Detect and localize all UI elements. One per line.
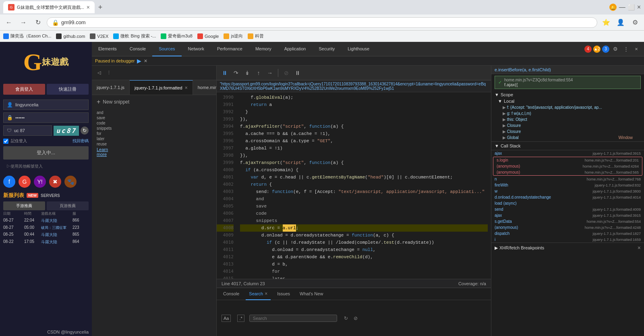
scope-header[interactable]: ▼ Scope: [495, 91, 641, 98]
bookmark-github[interactable]: github.com: [56, 33, 85, 39]
learn-more-link[interactable]: Learn more: [97, 147, 211, 157]
search-input[interactable]: [253, 316, 333, 321]
sidebar-menu-icon[interactable]: ⋮: [105, 69, 113, 77]
search-tab-close[interactable]: ×: [265, 291, 267, 297]
resume-debug-button[interactable]: ⏸: [220, 68, 230, 78]
forward-button[interactable]: →: [18, 17, 29, 28]
step-button[interactable]: →: [265, 68, 275, 78]
tab-console[interactable]: Console: [123, 42, 152, 56]
xhr-breakpoints-header[interactable]: ▶ XHR/fetch Breakpoints ×: [491, 243, 644, 253]
web-game-tab[interactable]: 頁游推薦: [47, 201, 89, 210]
pause-on-exceptions-button[interactable]: ⏸: [293, 68, 302, 78]
bookmark-v2ex[interactable]: V2EX: [90, 33, 108, 39]
tab-performance[interactable]: Performance: [211, 42, 249, 56]
extensions-button[interactable]: ⭐: [601, 17, 612, 28]
refresh-search-icon[interactable]: ↻: [342, 314, 350, 322]
call-item[interactable]: w jquery-1.7.1.js:formatted:3800: [491, 188, 644, 194]
call-item[interactable]: dispatch jquery-1.7.1.js:formatted:1827: [491, 230, 644, 236]
bookmark-eason[interactable]: 陳奕迅（Eason Ch...: [3, 33, 51, 39]
close-devtools-icon[interactable]: ×: [632, 45, 641, 54]
step-over-button[interactable]: ↷: [231, 68, 241, 78]
settings-icon[interactable]: ⚙: [611, 45, 620, 54]
browser-tab-active[interactable]: G G妹遊戲_全球繁體中文網頁遊戲... ×: [3, 1, 95, 13]
call-item[interactable]: n home.min.js?v=Z....formatted:768: [491, 176, 644, 182]
call-stack-header-row[interactable]: ▼ Call Stack: [491, 142, 644, 150]
code-content[interactable]: 3990399139923993 3994399539963997 399839…: [217, 92, 491, 279]
extra-login-button2[interactable]: 🐾: [64, 176, 77, 188]
game-link[interactable]: 破局：三國征軍: [41, 225, 72, 230]
tab-lighthouse[interactable]: Lighthouse: [341, 42, 376, 56]
more-icon[interactable]: ⋮: [621, 45, 630, 54]
tab-sources[interactable]: Sources: [152, 42, 181, 56]
call-item[interactable]: d.onload.d.onreadystatechange jquery-1.7…: [491, 194, 644, 200]
tab-close-button[interactable]: ×: [87, 4, 90, 10]
code-editor[interactable]: f.globalEval(a); return a } }), f.ajaxPr…: [237, 92, 491, 279]
tab-network[interactable]: Network: [182, 42, 211, 56]
new-snippet-button[interactable]: + New snippet: [92, 95, 216, 109]
address-bar[interactable]: 🔒 gm99.com: [47, 17, 597, 28]
bottom-tab-issues[interactable]: Issues: [274, 288, 293, 300]
bottom-tab-console[interactable]: Console: [220, 288, 242, 300]
bookmark-kepu[interactable]: 科普: [248, 33, 264, 39]
game-link[interactable]: 斗羅大陸: [41, 239, 72, 245]
captcha-refresh-button[interactable]: ↻: [81, 127, 89, 135]
scope-local-header[interactable]: ▼ Local: [495, 98, 641, 104]
minimize-button[interactable]: —: [619, 4, 625, 11]
file-tab-close[interactable]: ×: [185, 85, 188, 91]
tab-memory[interactable]: Memory: [249, 42, 278, 56]
step-into-button[interactable]: ↡: [242, 68, 252, 78]
facebook-login-button[interactable]: f: [3, 176, 15, 188]
tab-security[interactable]: Security: [312, 42, 341, 56]
settings-button[interactable]: ⚙: [630, 17, 641, 28]
regex-button[interactable]: .*: [237, 315, 244, 322]
file-tab-home[interactable]: home.min.js?v=Z3Qc8d ×: [193, 80, 216, 95]
bottom-tab-whatsnew[interactable]: What's New: [296, 288, 326, 300]
hand-game-tab[interactable]: 手游推薦: [3, 201, 45, 210]
call-item[interactable]: ajax jquery-1.7.1.js:formatted:3915: [491, 150, 644, 156]
call-item[interactable]: (anonymous) home.min.js?v=Z....formatted…: [493, 169, 642, 175]
call-item[interactable]: ajax jquery-1.7.1.js:formatted:3915: [491, 212, 644, 218]
remember-checkbox[interactable]: [3, 139, 8, 144]
username-input[interactable]: 👤 lingyuncelia: [3, 100, 89, 110]
tab-elements[interactable]: Elements: [92, 42, 123, 56]
bookmark-bing[interactable]: 微軟 Bing 搜索 -...: [113, 33, 156, 39]
password-input[interactable]: 🔒 ••••••: [3, 112, 89, 123]
close-paused-button[interactable]: ×: [144, 58, 147, 64]
new-tab-button[interactable]: +: [95, 2, 106, 13]
extra-login-button[interactable]: ✖: [49, 176, 61, 188]
yahoo-login-button[interactable]: Y!: [34, 176, 46, 188]
register-button[interactable]: 快速註冊: [47, 84, 89, 95]
step-out-button[interactable]: ↑: [254, 68, 263, 78]
aa-button[interactable]: Aa: [222, 315, 231, 322]
sidebar-back-icon[interactable]: ◁: [95, 69, 103, 77]
game-link[interactable]: 斗羅大陸: [41, 218, 72, 224]
file-tab-jquery-formatted[interactable]: jquery-1.7.1.js:formatted ×: [130, 80, 193, 95]
xhr-close-icon[interactable]: ×: [638, 245, 641, 251]
call-item[interactable]: fireWith jquery-1.7.1.js:formatted:832: [491, 182, 644, 188]
captcha-input[interactable]: 🛡 uc 87: [3, 125, 52, 136]
bookmark-jsreverse[interactable]: js逆向: [224, 33, 243, 39]
close-window-button[interactable]: ×: [637, 4, 641, 11]
other-login[interactable]: ▷使用其他帳號登入: [3, 162, 89, 171]
call-item[interactable]: send jquery-1.7.1.js:formatted:4009: [491, 206, 644, 212]
refresh-button[interactable]: ↻: [32, 17, 43, 28]
forgot-password-link[interactable]: 找回密碼: [72, 138, 89, 144]
call-item[interactable]: (anonymous) home.min.js?v=Z....formatted…: [491, 224, 644, 230]
maximize-button[interactable]: ⬜: [628, 4, 635, 10]
tab-application[interactable]: Application: [278, 42, 313, 56]
bottom-tab-search[interactable]: Search ×: [246, 288, 271, 300]
disable-breakpoints-button[interactable]: ⊘: [282, 68, 291, 78]
login-submit-button[interactable]: 登入中...: [3, 146, 89, 160]
file-tab-jquery[interactable]: jquery-1.7.1.js: [92, 80, 130, 95]
google-login-button[interactable]: G: [19, 176, 31, 188]
call-item[interactable]: s.login home.min.js?v=Z....formatted:201: [493, 157, 642, 163]
game-link[interactable]: 斗羅大陸: [41, 232, 72, 238]
profile-button[interactable]: 👤: [615, 17, 626, 28]
login-button[interactable]: 會員登入: [3, 84, 45, 95]
bookmark-iqiyi[interactable]: 愛奇藝m3u8: [161, 33, 193, 39]
back-button[interactable]: ←: [3, 17, 14, 28]
bookmark-google[interactable]: Google: [197, 33, 219, 39]
notification-icon[interactable]: 🔔: [609, 4, 617, 11]
call-item[interactable]: i jquery-1.7.1.js:formatted:1659: [491, 236, 644, 243]
call-item[interactable]: s.getData home.min.js?v=Z....formatted:5…: [491, 218, 644, 224]
